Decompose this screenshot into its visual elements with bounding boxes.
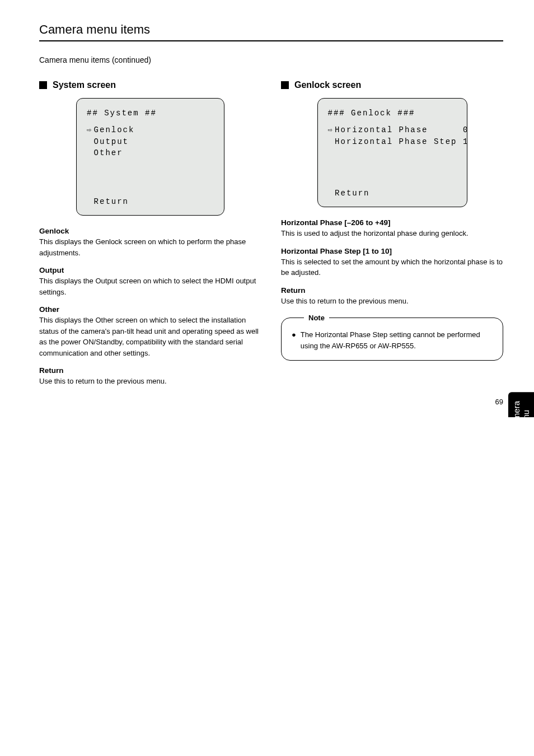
item-head: Genlock	[39, 227, 261, 235]
menu-item-value: 0	[463, 125, 469, 134]
menu-item-label: Genlock	[94, 125, 135, 134]
genlock-menu-screen: ### Genlock ### ⇨Horizontal Phase 0 Hori…	[317, 98, 467, 207]
menu-item[interactable]: Horizontal Phase Step 1	[328, 136, 457, 147]
item-block: Output This displays the Output screen o…	[39, 266, 261, 297]
menu-item[interactable]: ⇨Horizontal Phase 0	[328, 124, 457, 136]
item-head: Horizontal Phase [–206 to +49]	[281, 218, 503, 227]
item-body: This is used to adjust the horizontal ph…	[281, 228, 503, 239]
item-body: This displays the Other screen on which …	[39, 315, 261, 358]
system-menu-screen: ## System ## ⇨Genlock Output Other Retur…	[76, 98, 224, 216]
item-block: Genlock This displays the Genlock screen…	[39, 227, 261, 258]
menu-item-label: Other	[94, 148, 123, 157]
cursor-arrow-icon: ⇨	[87, 124, 94, 136]
side-tab: Camera menu	[508, 392, 534, 417]
section-header: System screen	[39, 80, 261, 90]
square-bullet-icon	[281, 81, 289, 89]
right-column: Genlock screen ### Genlock ### ⇨Horizont…	[281, 80, 503, 395]
item-head: Horizontal Phase Step [1 to 10]	[281, 247, 503, 255]
menu-item-label: Output	[94, 137, 129, 146]
menu-item-value: 1	[463, 137, 469, 146]
note-label: Note	[304, 312, 329, 324]
two-column-layout: System screen ## System ## ⇨Genlock Outp…	[39, 80, 503, 395]
menu-return-label: Return	[94, 197, 129, 206]
menu-item[interactable]: Other	[87, 147, 214, 158]
menu-return-label: Return	[335, 189, 369, 198]
item-body: This displays the Genlock screen on whic…	[39, 236, 261, 258]
section-title: Genlock screen	[294, 80, 361, 90]
item-block: Horizontal Phase [–206 to +49] This is u…	[281, 218, 503, 239]
cursor-arrow-icon: ⇨	[328, 124, 335, 136]
item-head: Return	[281, 286, 503, 295]
item-head: Other	[39, 305, 261, 314]
note-text: The Horizontal Phase Step setting cannot…	[301, 329, 493, 351]
menu-item[interactable]: ⇨Genlock	[87, 124, 214, 136]
item-block: Return Use this to return to the previou…	[39, 366, 261, 387]
item-body: This displays the Output screen on which…	[39, 276, 261, 297]
note-content: ● The Horizontal Phase Step setting cann…	[292, 329, 493, 351]
screen-title: ### Genlock ###	[328, 108, 457, 119]
page-title: Camera menu items	[39, 22, 503, 37]
screen-title: ## System ##	[87, 108, 214, 119]
item-block: Return Use this to return to the previou…	[281, 286, 503, 307]
item-body: This is selected to set the amount by wh…	[281, 256, 503, 278]
item-body: Use this to return to the previous menu.	[39, 376, 261, 387]
page-subtitle: Camera menu items (continued)	[39, 55, 503, 64]
menu-item[interactable]: Output	[87, 136, 214, 147]
menu-return[interactable]: Return	[87, 196, 129, 207]
note-box: Note ● The Horizontal Phase Step setting…	[281, 318, 503, 361]
page-number: 69	[495, 398, 503, 406]
page: Camera menu items Camera menu items (con…	[0, 0, 534, 417]
bullet-icon: ●	[292, 329, 296, 351]
left-column: System screen ## System ## ⇨Genlock Outp…	[39, 80, 261, 395]
section-header: Genlock screen	[281, 80, 503, 90]
menu-item-label: Horizontal Phase	[335, 125, 428, 134]
menu-return[interactable]: Return	[328, 188, 370, 199]
item-block: Horizontal Phase Step [1 to 10] This is …	[281, 247, 503, 278]
item-block: Other This displays the Other screen on …	[39, 305, 261, 358]
square-bullet-icon	[39, 81, 47, 89]
section-title: System screen	[53, 80, 116, 90]
item-head: Output	[39, 266, 261, 274]
item-body: Use this to return to the previous menu.	[281, 296, 503, 307]
menu-item-label: Horizontal Phase Step	[335, 137, 457, 146]
item-head: Return	[39, 366, 261, 375]
horizontal-rule	[39, 40, 503, 41]
